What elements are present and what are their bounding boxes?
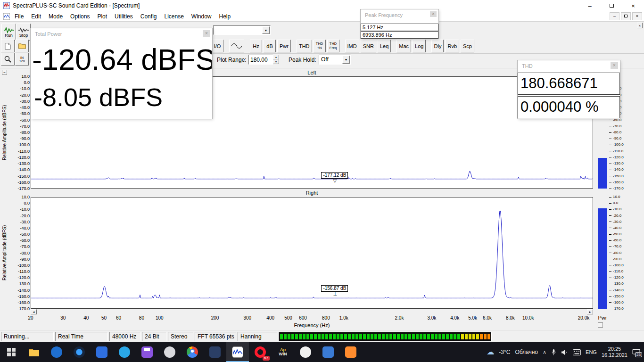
menu-license[interactable]: License <box>160 12 187 21</box>
toolbar-button-scp[interactable]: Scp <box>461 40 474 52</box>
taskbar-icon-spectraplus[interactable] <box>226 342 249 362</box>
minimize-button[interactable]: – <box>579 0 601 11</box>
toolbar-button-label: +N <box>317 46 322 50</box>
thd-window[interactable]: THD × 180.668671 0.000040 % <box>518 60 620 119</box>
weather-description[interactable]: Облачно <box>515 349 538 355</box>
taskbar-icon-edge[interactable] <box>113 342 136 362</box>
toolbar-button-mac[interactable]: Mac <box>396 40 411 52</box>
taskbar-icon-calculator[interactable] <box>91 342 113 362</box>
scroll-right-button[interactable]: ► <box>587 309 593 314</box>
meter-tick-label: -110.0 <box>613 149 623 153</box>
plot-range-spinner[interactable]: ▲ ▼ <box>273 55 279 65</box>
combo-dropdown-icon[interactable]: ▼ <box>262 26 270 34</box>
menu-plot[interactable]: Plot <box>93 12 111 21</box>
language-indicator[interactable]: ENG <box>586 349 597 355</box>
peak-frequency-right-value: 6993.896 Hz <box>361 31 438 39</box>
taskbar-icon-opera[interactable]: 67 <box>249 342 272 362</box>
total-power-right-value: -8.05 dBFS <box>34 84 212 110</box>
peak-hold-dropdown-icon[interactable]: ▼ <box>342 56 350 64</box>
y-tick-label: 10.0 <box>21 74 30 79</box>
tray-chevron-icon[interactable]: ∧ <box>543 349 546 355</box>
taskbar-icon-app-orange[interactable] <box>339 342 362 362</box>
spinner-down-icon[interactable]: ▼ <box>273 59 279 64</box>
microphone-icon[interactable] <box>551 349 556 356</box>
speaker-icon[interactable] <box>561 349 568 355</box>
taskbar-icon-app-white[interactable] <box>294 342 317 362</box>
menu-mode[interactable]: Mode <box>45 12 66 21</box>
taskbar-icon-browser-blue[interactable] <box>45 342 68 362</box>
input-select-button[interactable]: IN 128 <box>15 53 29 66</box>
toolbar-button-rvb[interactable]: Rvb <box>445 40 459 52</box>
plot-range-input[interactable] <box>248 55 273 65</box>
right-channel-header: Right <box>31 189 593 196</box>
menu-edit[interactable]: Edit <box>27 12 45 21</box>
meter-tick <box>609 302 611 303</box>
menu-help[interactable]: Help <box>215 12 235 21</box>
peak-hold-select[interactable]: Off ▼ <box>319 55 351 65</box>
right-spectrum-plot[interactable] <box>31 197 593 309</box>
thd-close-button[interactable]: × <box>611 62 618 69</box>
toolbar-button-thd-freq[interactable]: THDFreq <box>327 40 339 52</box>
x-tick-label: 600 <box>299 315 307 321</box>
taskbar-icon-save-tool[interactable] <box>136 342 158 362</box>
toolbar-button-thd[interactable]: THD <box>297 40 312 52</box>
total-power-window[interactable]: Total Power × -120.64 dBFS -8.05 dBFS <box>31 28 212 119</box>
toolbar-button-pwr[interactable]: Pwr <box>277 40 291 52</box>
restore-button[interactable] <box>601 0 622 11</box>
notification-center-button[interactable]: 23 <box>632 349 640 356</box>
mdi-close-button[interactable]: × <box>632 12 642 20</box>
toolbar-button-thd-n[interactable]: THD+N <box>314 40 326 52</box>
taskbar-icon-chrome[interactable] <box>181 342 204 362</box>
x-tick-label: 3.0k <box>427 315 436 321</box>
mdi-minimize-button[interactable]: – <box>610 12 619 20</box>
touch-keyboard-icon[interactable] <box>573 349 581 355</box>
mdi-restore-button[interactable] <box>621 12 631 20</box>
open-file-button[interactable] <box>15 40 29 52</box>
toolbar-button-leq[interactable]: Leq <box>378 40 391 52</box>
y-tick-label: -90.0 <box>20 257 30 262</box>
peak-hold-label: Peak Hold: <box>289 57 316 63</box>
menu-utilities[interactable]: Utilities <box>111 12 137 21</box>
toolbar-button-signal-generator[interactable] <box>229 40 244 52</box>
thd-title: THD <box>522 63 533 69</box>
spectrum-combo-box[interactable]: ▼ <box>213 25 271 35</box>
toolbar-strip-close-button[interactable]: × <box>637 23 643 28</box>
clock[interactable]: 20:25 16.12.2021 <box>602 346 627 358</box>
close-button[interactable]: × <box>622 0 644 11</box>
start-button[interactable] <box>0 342 23 362</box>
menu-file[interactable]: File <box>11 12 27 21</box>
taskbar-icon-app-navy[interactable] <box>204 342 226 362</box>
toolbar-button-hz[interactable]: Hz <box>250 40 262 52</box>
toolbar-button-log[interactable]: Log <box>413 40 426 52</box>
weather-cloud-icon[interactable]: ☁ <box>487 348 494 356</box>
spinner-up-icon[interactable]: ▲ <box>273 55 279 59</box>
y-tick-label: -170.0 <box>17 187 30 191</box>
run-button[interactable]: Run <box>1 24 16 41</box>
toolbar-button-imd[interactable]: IMD <box>345 40 359 52</box>
total-power-close-button[interactable]: × <box>203 30 210 37</box>
zoom-button[interactable] <box>1 53 15 66</box>
new-file-button[interactable] <box>1 40 15 52</box>
taskbar-icon-app-dark-blue[interactable] <box>68 342 91 362</box>
meter-tick-label: -140.0 <box>613 288 624 292</box>
taskbar-icon-explorer[interactable] <box>23 342 45 362</box>
peak-frequency-window[interactable]: Peak Frequency × 5.127 Hz 6993.896 Hz <box>361 9 438 39</box>
toolbar-button-io[interactable]: I/O <box>211 40 223 52</box>
taskbar-icon-app-silver[interactable] <box>158 342 181 362</box>
stop-button[interactable]: Stop <box>17 24 31 41</box>
menu-config[interactable]: Config <box>137 12 161 21</box>
meter-collapse-button-bottom[interactable]: − <box>598 322 603 328</box>
weather-temperature[interactable]: -3°C <box>499 349 510 355</box>
toolbar-button-snr[interactable]: SNR <box>361 40 376 52</box>
left-plot-collapse-button[interactable]: − <box>2 70 7 75</box>
toolbar-button-db[interactable]: dB <box>264 40 276 52</box>
left-plot-y-label: Relative Amplitude (dBFS) <box>1 76 8 189</box>
taskbar-icon-photos[interactable] <box>317 342 339 362</box>
menu-options[interactable]: Options <box>66 12 93 21</box>
toolbar-button-dly[interactable]: Dly <box>431 40 444 52</box>
taskbar-icon-apwin[interactable]: ApWiN <box>272 342 294 362</box>
menu-window[interactable]: Window <box>188 12 215 21</box>
scroll-left-button[interactable]: ◄ <box>31 309 37 314</box>
peak-frequency-close-button[interactable]: × <box>430 11 437 17</box>
apwin-icon: ApWiN <box>279 348 287 356</box>
